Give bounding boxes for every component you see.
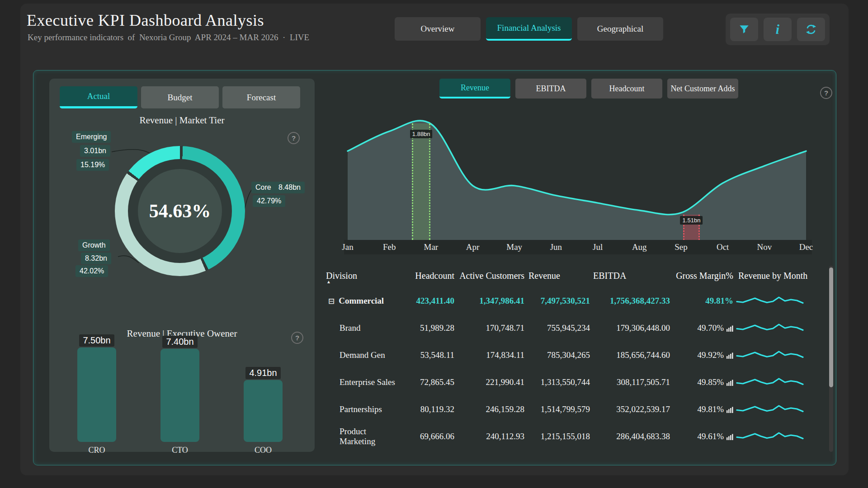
table-row-brand[interactable]: Brand51,989.28170,748.71755,945,234179,3… [325, 314, 828, 342]
help-icon-bars[interactable]: ? [291, 332, 303, 344]
sync-button[interactable] [797, 18, 825, 41]
metric-value: 1,514,799,579 [526, 404, 591, 414]
header: Executive KPI Dashboard Analysis Key per… [20, 4, 849, 57]
bar-rect[interactable] [77, 347, 116, 442]
bar-cro[interactable]: 7.50bnCRO [77, 334, 116, 455]
info-icon: i [776, 22, 779, 37]
filter-button[interactable] [730, 18, 758, 41]
division-name: Enterprise Sales [340, 377, 395, 387]
revenue-sparkline [736, 428, 804, 443]
tab-geographical[interactable]: Geographical [577, 17, 663, 41]
page-title: Executive KPI Dashboard Analysis [27, 11, 264, 30]
view-button-budget[interactable]: Budget [141, 86, 219, 108]
sort-ascending-icon[interactable]: ▲ [326, 279, 331, 284]
view-button-forecast[interactable]: Forecast [222, 86, 300, 108]
donut-label-core: Core [251, 182, 275, 193]
market-tier-donut[interactable]: 54.63% [115, 146, 245, 276]
tab-overview[interactable]: Overview [395, 17, 481, 41]
executive-owner-bar-chart: 7.50bnCRO7.40bnCTO4.91bnCOO [77, 331, 283, 455]
table-row-product-marketing[interactable]: Product Marketing69,666.06240,112.931,21… [325, 423, 828, 450]
gross-margin-value: 49.81% [705, 296, 733, 306]
revenue-sparkline [736, 319, 804, 335]
margin-bars-icon [726, 324, 733, 332]
table-row-demand-gen[interactable]: Demand Gen53,548.11174,834.11785,304,265… [325, 342, 828, 369]
table-scrollbar[interactable] [829, 266, 833, 452]
donut-value-emerging: 3.01bn [80, 145, 110, 157]
margin-bars-icon [726, 352, 733, 359]
metric-value: 1,347,986.41 [456, 296, 526, 306]
metric-value: 785,304,265 [526, 350, 591, 360]
column-header-headcount[interactable]: Headcount [399, 271, 456, 281]
revenue-trend-chart[interactable]: 1.88bn1.51bn [344, 107, 812, 240]
page-subtitle: Key performance indicators of Nexoria Gr… [28, 33, 309, 42]
metric-value: 179,306,448.00 [591, 323, 671, 333]
bar-rect[interactable] [244, 380, 283, 442]
donut-center: 54.63% [138, 169, 222, 253]
metric-value: 174,834.11 [456, 350, 526, 360]
view-switch: ActualBudgetForecast [60, 86, 300, 108]
bar-category-label: CTO [172, 442, 188, 455]
column-header-gross-margin[interactable]: Gross Margin% [671, 271, 735, 281]
donut-pct-emerging: 15.19% [76, 159, 109, 171]
metric-button-ebitda[interactable]: EBITDA [515, 79, 586, 99]
collapse-icon[interactable]: ⊟ [328, 296, 335, 305]
column-header-active-customers[interactable]: Active Customers [456, 271, 526, 281]
metric-value: 423,411.40 [399, 296, 456, 306]
revenue-sparkline [736, 347, 804, 362]
table-row-commercial[interactable]: ⊟Commercial423,411.401,347,986.417,497,5… [325, 287, 828, 314]
bar-rect[interactable] [160, 349, 199, 442]
division-name: Brand [340, 323, 360, 333]
metric-value: 185,656,744.60 [591, 350, 671, 360]
icon-toolbar: i [726, 14, 830, 45]
metric-value: 352,022,539.17 [591, 404, 671, 414]
table-row-partnerships[interactable]: Partnerships80,119.32246,159.281,514,799… [325, 396, 828, 423]
metric-value: 286,404,683.38 [591, 432, 671, 441]
bar-category-label: COO [255, 442, 272, 455]
metric-value: 69,666.06 [399, 432, 456, 441]
trough-band: 1.51bn [683, 215, 700, 240]
metric-value: 1,313,550,744 [526, 377, 591, 387]
metric-button-revenue[interactable]: Revenue [439, 79, 510, 99]
month-label-apr: Apr [459, 242, 486, 252]
table-body: ⊟Commercial423,411.401,347,986.417,497,5… [325, 287, 828, 450]
month-label-oct: Oct [709, 242, 736, 252]
month-label-jan: Jan [334, 242, 361, 252]
donut-value-core: 8.48bn [274, 182, 305, 193]
donut-value-growth: 8.32bn [81, 253, 111, 264]
bar-cto[interactable]: 7.40bnCTO [160, 336, 199, 455]
metric-value: 308,117,505.71 [591, 377, 671, 387]
scrollbar-thumb[interactable] [829, 267, 833, 387]
column-header-division[interactable]: Division [325, 271, 399, 281]
column-header-revenue-by-month[interactable]: Revenue by Month [735, 271, 828, 281]
month-label-aug: Aug [626, 242, 653, 252]
table-row-enterprise-sales[interactable]: Enterprise Sales72,865.45221,990.411,313… [325, 369, 828, 396]
metric-value: 80,119.32 [399, 404, 456, 414]
bar-coo[interactable]: 4.91bnCOO [244, 367, 283, 455]
month-label-nov: Nov [751, 242, 778, 252]
revenue-sparkline [736, 292, 804, 308]
metric-button-net-customer-adds[interactable]: Net Customer Adds [667, 79, 738, 99]
division-name: Partnerships [340, 404, 382, 414]
division-name: Product Marketing [340, 427, 398, 446]
column-header-ebitda[interactable]: EBITDA [591, 271, 671, 281]
metric-button-headcount[interactable]: Headcount [591, 79, 662, 99]
tab-financial-analysis[interactable]: Financial Analysis [486, 17, 572, 41]
help-icon-donut[interactable]: ? [288, 132, 300, 144]
metric-value: 53,548.11 [399, 350, 456, 360]
bar-value-label: 7.50bn [79, 334, 114, 347]
month-label-sep: Sep [667, 242, 694, 252]
band-value-label: 1.88bn [410, 130, 433, 138]
table-header: Division Headcount Active Customers Reve… [325, 264, 828, 287]
month-label-mar: Mar [417, 242, 444, 252]
view-button-actual[interactable]: Actual [60, 86, 137, 108]
filter-icon [738, 23, 750, 35]
margin-bars-icon [726, 379, 733, 386]
revenue-sparkline [736, 374, 804, 389]
column-header-revenue[interactable]: Revenue [526, 271, 591, 281]
metric-value: 170,748.71 [456, 323, 526, 333]
division-name: Demand Gen [340, 350, 385, 360]
info-button[interactable]: i [764, 18, 792, 41]
main-panel: ActualBudgetForecast Revenue | Market Ti… [33, 70, 836, 465]
help-icon-area[interactable]: ? [820, 87, 832, 99]
margin-bars-icon [726, 433, 733, 440]
